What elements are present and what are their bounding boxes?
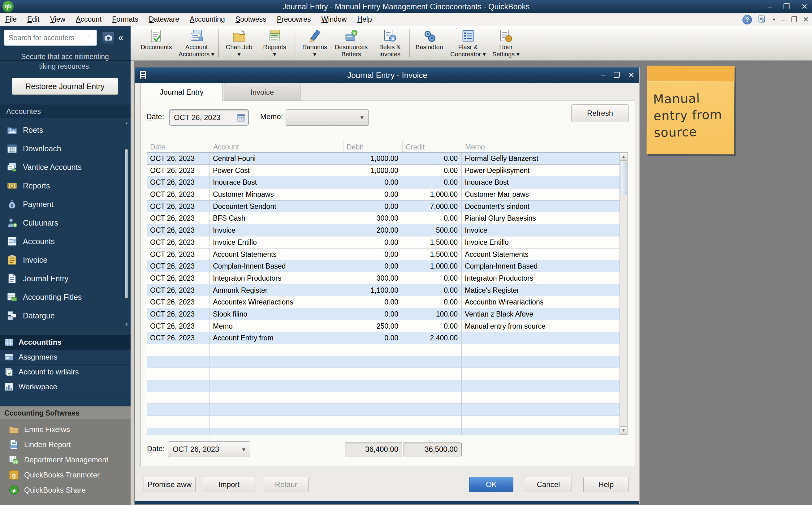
close-icon[interactable]: ✕ [803, 15, 809, 24]
help-button[interactable]: Help [583, 477, 629, 492]
calendar-icon[interactable] [237, 114, 245, 122]
table-row-empty[interactable] [147, 344, 620, 356]
restore-icon[interactable]: ❐ [783, 3, 790, 11]
minimize-icon[interactable]: – [781, 15, 785, 24]
scroll-up-icon[interactable]: ▲ [124, 121, 129, 125]
table-row[interactable]: OCT 26, 2023Integraton Productors300.000… [147, 272, 620, 284]
toolbar-button-beles-invoites[interactable]: $Beles &invoites [371, 27, 409, 59]
table-row-empty[interactable] [147, 368, 620, 380]
column-header-memo[interactable]: Memo [462, 141, 620, 152]
toolbar-button-repents[interactable]: Repents▾ [259, 27, 291, 59]
table-row[interactable]: OCT 26, 2023Account Entry from0.002,400.… [147, 332, 620, 344]
toolbar-button-basindten[interactable]: Basindten [412, 27, 447, 59]
sidebar-item-reports[interactable]: Reports [0, 176, 131, 195]
sidebar-item-quickbooks-share[interactable]: qbQuickBooks Share [0, 482, 131, 498]
table-row[interactable]: OCT 26, 2023Accountex Wireariactions0.00… [147, 296, 620, 308]
table-row-empty[interactable] [147, 416, 620, 428]
sidebar-item-emnit-fixelws[interactable]: Emnit Fixelws [0, 422, 131, 437]
sidebar-item-downloach[interactable]: Downloach [0, 139, 131, 158]
table-row[interactable]: OCT 26, 2023Inourace Bost0.000.00Inourac… [147, 176, 620, 188]
menu-formats[interactable]: Formats [107, 15, 143, 23]
toolbar-button-ranunns[interactable]: Ranunns▾ [298, 27, 332, 59]
memo-dropdown[interactable]: ▼ [286, 109, 368, 126]
sidebar-item-account-to-wrilairs[interactable]: Account to wrilairs [0, 364, 131, 379]
sidebar-item-workwpace[interactable]: Workwpace [0, 379, 131, 394]
menu-sootwess[interactable]: Sootwess [230, 15, 272, 23]
camera-button[interactable] [102, 31, 115, 44]
scrollbar-thumb[interactable] [125, 149, 128, 298]
table-row[interactable]: OCT 26, 2023Account Statements0.001,500.… [147, 248, 620, 261]
ok-button[interactable]: OK [469, 477, 513, 492]
table-row[interactable]: OCT 26, 2023Customer Minpaws0.001,000.00… [147, 188, 620, 200]
table-row[interactable]: OCT 26, 2023Anmunk Register1,100.000.00M… [147, 284, 620, 297]
menu-window[interactable]: Window [316, 15, 352, 23]
collapse-sidebar-icon[interactable]: « [118, 32, 124, 43]
sidebar-item-culuunars[interactable]: $Culuunars [0, 213, 131, 232]
toolbar-button-account-accountors[interactable]: AccountAccountors ▾ [173, 27, 220, 59]
cancel-button[interactable]: Cancel [525, 477, 572, 492]
sidebar-item-accounting-fitles[interactable]: Accounting Fitles [0, 288, 131, 306]
sidebar-item-department-management[interactable]: Department Management [0, 452, 131, 467]
scroll-down-icon[interactable]: ▼ [124, 322, 129, 327]
table-row-empty[interactable] [147, 356, 620, 368]
scroll-up-icon[interactable]: ▲ [620, 153, 627, 161]
table-row[interactable]: OCT 26, 2023Docountert Sendont0.007,000.… [147, 200, 620, 212]
table-row-empty[interactable] [147, 392, 620, 404]
sidebar-item-datargue[interactable]: Datargue [0, 306, 131, 325]
search-dropdown-caret-icon[interactable]: ˇ [87, 35, 89, 41]
maximize-icon[interactable]: ❐ [613, 71, 620, 79]
menu-dateware[interactable]: Dateware [144, 15, 184, 23]
chevron-down-icon[interactable]: ▼ [772, 17, 776, 22]
menu-help[interactable]: Help [352, 15, 377, 23]
minimize-icon[interactable]: – [601, 71, 605, 79]
close-icon[interactable]: ✕ [628, 71, 634, 79]
sidebar-item-assgnmens[interactable]: Assgnmens [0, 350, 131, 364]
restore-journal-entry-button[interactable]: Restoree Journal Entry [12, 78, 118, 95]
menu-view[interactable]: View [45, 15, 70, 23]
column-header-credit[interactable]: Credit [402, 141, 462, 152]
toolbar-button-documents[interactable]: Documents [139, 27, 173, 59]
tab-journal-entry[interactable]: Journal Entry [141, 83, 223, 101]
sidebar-item-payment[interactable]: $Payment [0, 195, 131, 213]
column-header-account[interactable]: Account [210, 141, 343, 152]
table-row[interactable]: OCT 26, 2023Memo250.000.00Manual entry f… [147, 320, 620, 332]
column-header-debit[interactable]: Debit [343, 141, 402, 152]
toolbar-button-flasr-concreator[interactable]: Flasr &Concreator ▾ [447, 27, 489, 59]
journal-template-icon[interactable] [758, 14, 766, 25]
menu-account[interactable]: Account [70, 15, 107, 23]
sidebar-item-roets[interactable]: Roets [0, 121, 131, 139]
sidebar-scrollbar[interactable]: ▲ ▼ [124, 121, 129, 327]
toolbar-button-chan-jeb[interactable]: Chan Jeb▾ [221, 27, 257, 59]
close-icon[interactable]: ✕ [801, 3, 808, 11]
tab-invoice[interactable]: Invoice [224, 83, 301, 101]
sidebar-item-linden-report[interactable]: Linden Report [0, 437, 131, 452]
table-row[interactable]: OCT 26, 2023Power Cost1,000.000.00Power … [147, 165, 620, 177]
scroll-down-icon[interactable]: ▼ [620, 427, 627, 435]
search-input[interactable] [4, 30, 97, 46]
table-row-empty[interactable] [147, 404, 620, 416]
table-row[interactable]: OCT 26, 2023Central Founi1,000.000.00Flo… [147, 153, 620, 165]
restore-icon[interactable]: ❐ [791, 15, 797, 24]
sidebar-item-vantice-accounts[interactable]: Vantice Accounts [0, 158, 131, 176]
menu-file[interactable]: File [0, 15, 22, 23]
scrollbar-thumb[interactable] [620, 162, 627, 195]
menu-accounting[interactable]: Accounting [184, 15, 230, 23]
table-row[interactable]: OCT 26, 2023Invoice Entillo0.001,500.00I… [147, 236, 620, 248]
column-header-date[interactable]: Date [147, 141, 210, 152]
menu-preoowres[interactable]: Preoowres [272, 15, 316, 23]
table-scrollbar[interactable]: ▲ ▼ [620, 152, 628, 435]
toolbar-button-hoer-settings[interactable]: HoerSettings ▾ [489, 27, 523, 59]
promise-aww-button[interactable]: Promise aww [144, 477, 196, 492]
sidebar-item-invoice[interactable]: Invoice [0, 250, 131, 269]
footer-date-dropdown[interactable]: OCT 26, 2023 ▼ [168, 441, 250, 457]
table-row[interactable]: OCT 26, 2023Slook filino0.00100.00Ventia… [147, 308, 620, 320]
import-button[interactable]: Import [203, 477, 255, 492]
date-input[interactable]: OCT 26, 2023 [169, 109, 249, 126]
table-row[interactable]: OCT 26, 2023BFS Cash300.000.00Pianial Gl… [147, 212, 620, 224]
refresh-button[interactable]: Refresh [571, 104, 629, 122]
table-row-empty[interactable] [147, 428, 620, 435]
table-row-empty[interactable] [147, 380, 620, 392]
sidebar-item-journal-entry[interactable]: Journal Entry [0, 269, 131, 288]
minimize-icon[interactable]: – [768, 3, 772, 11]
toolbar-button-desouurces-betters[interactable]: $DesouurcesBetters [333, 27, 370, 59]
